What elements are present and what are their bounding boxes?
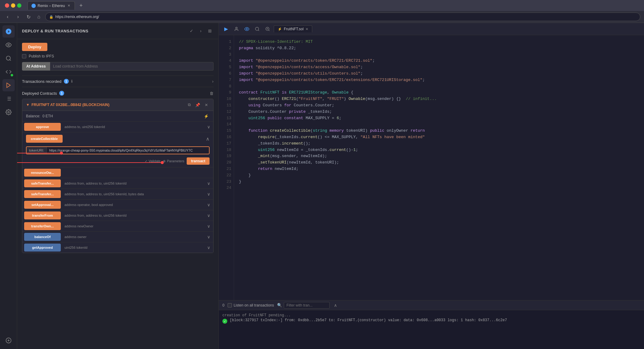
trash-icon[interactable]: 🗑 — [210, 91, 214, 96]
balanceof-chevron[interactable]: ∨ — [204, 234, 213, 239]
code-content: // SPDX-License-Identifier: MIT pragma s… — [234, 35, 644, 300]
create-collectible-button[interactable]: createCollectible — [26, 135, 63, 143]
remix-sidebar — [0, 23, 17, 349]
sidebar-icon-search[interactable] — [2, 39, 15, 51]
create-collectible-header: createCollectible ∧ — [22, 132, 213, 145]
run-button[interactable]: ▶ — [222, 25, 230, 33]
publish-checkbox[interactable] — [22, 54, 26, 58]
contract-name-text: FRUITNFT AT 0X2BE...0B842 (BLOCKCHAIN) — [31, 103, 109, 107]
active-tab[interactable]: Remix – Ethereu ✕ — [27, 1, 75, 10]
transactions-badge: 1 — [64, 79, 69, 84]
getapproved-chevron[interactable]: ∨ — [204, 245, 213, 250]
approve-chevron[interactable]: ∨ — [204, 124, 213, 129]
transactions-chevron[interactable]: › — [212, 79, 214, 84]
tab-file-close[interactable]: ✕ — [306, 27, 308, 31]
safetransfer1-chevron[interactable]: ∨ — [204, 181, 213, 186]
chevron-down-icon: ▼ — [26, 103, 30, 107]
getapproved-button[interactable]: getApproved — [24, 244, 61, 252]
editor-toolbar: ▶ ⚡ FruitNFT.sol ✕ — [219, 23, 644, 35]
safetransfer2-button[interactable]: safeTransfer... — [24, 190, 61, 198]
transferown-button[interactable]: transferOwn... — [24, 222, 61, 230]
listen-checkbox-input[interactable] — [228, 303, 232, 307]
home-button[interactable]: ⌂ — [35, 13, 43, 21]
at-address-row: At Address — [22, 62, 214, 71]
deploy-button[interactable]: Deploy — [22, 43, 47, 51]
sidebar-icon-compile[interactable] — [2, 66, 15, 78]
back-button[interactable]: ‹ — [4, 13, 12, 21]
transferfrom-params: address from, address to, uint256 tokenI… — [63, 214, 204, 217]
parameters-link[interactable]: ⊕ Parameters — [163, 159, 184, 163]
safetransfer2-chevron[interactable]: ∨ — [204, 192, 213, 197]
balance-eth-btn[interactable]: ⚡ — [203, 113, 210, 119]
at-address-button[interactable]: At Address — [22, 62, 50, 71]
transferown-params: address newOwner — [63, 224, 204, 228]
validate-link[interactable]: ✓ Validate — [145, 159, 161, 163]
arrow-btn[interactable]: › — [197, 27, 204, 35]
terminal-output: creation of FruitNFT pending... ✓ [block… — [219, 310, 644, 349]
contract-item: ▼ FRUITNFT AT 0X2BE...0B842 (BLOCKCHAIN)… — [22, 99, 214, 253]
search-plus-btn[interactable] — [263, 25, 272, 33]
sidebar-icon-deploy[interactable] — [2, 79, 15, 91]
terminal-filter-input[interactable] — [284, 302, 330, 309]
listen-label: Listen on all transactions — [234, 303, 274, 307]
function-row-transferown: transferOwn... address newOwner ∨ — [22, 221, 213, 231]
safetransfer1-button[interactable]: safeTransfer... — [24, 179, 61, 187]
code-area[interactable]: 123456789101112131415161718192021222324 … — [219, 35, 644, 300]
balanceof-button[interactable]: balanceOf — [24, 233, 61, 241]
token-uri-input-row: tokenURI: — [22, 145, 213, 156]
search-btn[interactable] — [253, 25, 262, 33]
terminal-expand-chevron[interactable]: ∧ — [333, 303, 338, 308]
file-tab[interactable]: ⚡ FruitNFT.sol ✕ — [274, 25, 312, 32]
approve-button[interactable]: approve — [24, 123, 61, 131]
main-layout: 1 2 3 DEPLOY & RUN TRANSACTIONS ✓ — [0, 23, 644, 349]
svg-marker-4 — [7, 83, 10, 88]
transactions-left: Transactions recorded 1 ℹ — [22, 79, 73, 84]
tab-filename: FruitNFT.sol — [284, 27, 304, 31]
svg-point-5 — [8, 112, 9, 113]
tab-label: Remix – Ethereu — [38, 4, 65, 8]
info-icon[interactable]: ℹ — [71, 79, 73, 83]
setapproval-button[interactable]: setApproval... — [24, 201, 61, 209]
deployed-contracts-header: Deployed Contracts 1 🗑 — [22, 91, 214, 96]
eye-icon-btn[interactable] — [243, 25, 251, 33]
address-bar[interactable]: 🔒 https://remix.ethereum.org/ — [45, 13, 640, 21]
transact-button[interactable]: transact — [187, 157, 210, 165]
listen-checkbox-row[interactable]: Listen on all transactions — [228, 303, 274, 307]
close-contract-btn[interactable]: ✕ — [203, 101, 210, 108]
transferfrom-chevron[interactable]: ∨ — [204, 213, 213, 218]
deployed-title-text: Deployed Contracts — [22, 91, 57, 96]
layout-btn[interactable]: ⊞ — [206, 27, 214, 35]
minimize-traffic-light[interactable] — [11, 3, 15, 8]
transferown-chevron[interactable]: ∨ — [204, 224, 213, 229]
function-row-renounce: renounceOw... — [22, 167, 213, 178]
pin-contract-btn[interactable]: 📌 — [194, 101, 201, 108]
sidebar-icon-plugin[interactable] — [2, 52, 15, 64]
sidebar-icon-debug[interactable] — [2, 93, 15, 105]
checkmark-btn[interactable]: ✓ — [188, 27, 195, 35]
copy-contract-btn[interactable]: ⧉ — [186, 101, 192, 108]
token-uri-input[interactable] — [47, 147, 209, 154]
transferfrom-button[interactable]: transferFrom — [24, 211, 61, 219]
sidebar-icon-bottom-plugin[interactable] — [2, 334, 15, 347]
maximize-traffic-light[interactable] — [17, 3, 21, 8]
tab-close-btn[interactable]: ✕ — [67, 4, 71, 8]
balance-display: Balance: 0 ETH — [26, 114, 53, 118]
create-collectible-chevron[interactable]: ∧ — [206, 136, 210, 142]
create-collectible-actions: ✓ Validate ⊕ Parameters transact — [22, 156, 213, 167]
new-tab-button[interactable]: + — [77, 2, 85, 9]
reload-button[interactable]: ↻ — [24, 13, 32, 21]
publish-label: Publish to IPFS — [29, 54, 54, 58]
at-address-input[interactable] — [50, 62, 214, 71]
function-row-safetransfer2: safeTransfer... address from, address to… — [22, 189, 213, 199]
token-uri-input-wrapper: tokenURI: — [26, 146, 210, 154]
deploy-panel-title: DEPLOY & RUN TRANSACTIONS — [22, 29, 88, 33]
sidebar-icon-settings[interactable] — [2, 106, 15, 118]
renounce-button[interactable]: renounceOw... — [24, 169, 61, 177]
function-row-getapproved: getApproved uint256 tokenId ∨ — [22, 242, 213, 253]
setapproval-chevron[interactable]: ∨ — [204, 202, 213, 207]
forward-button[interactable]: › — [14, 13, 22, 21]
close-traffic-light[interactable] — [5, 3, 9, 8]
svg-point-10 — [246, 28, 247, 30]
person-icon-btn[interactable] — [232, 25, 241, 33]
sidebar-icon-file-explorer[interactable] — [2, 25, 15, 38]
